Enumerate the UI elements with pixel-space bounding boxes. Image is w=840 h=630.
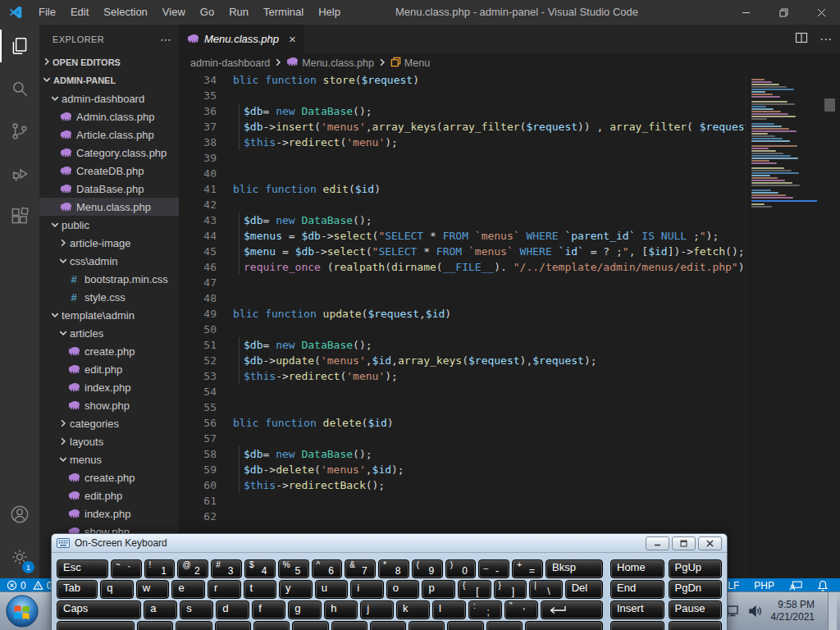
warnings-icon[interactable] [33, 580, 43, 591]
key-6[interactable]: ^6 [312, 559, 343, 578]
editor-scrollbar[interactable] [820, 72, 840, 578]
key-5[interactable]: %5 [278, 559, 309, 578]
key-insert[interactable]: Insert [610, 600, 664, 619]
volume-icon[interactable] [748, 605, 763, 618]
key-l[interactable]: l [432, 600, 466, 619]
key-key[interactable] [409, 621, 445, 630]
settings-gear-icon[interactable]: 1 [0, 536, 39, 578]
folder-css-admin[interactable]: css\admin [39, 252, 179, 270]
code-line-58[interactable]: 58$db= new DataBase(); [179, 446, 840, 462]
key-d[interactable]: d [216, 600, 249, 619]
code-line-45[interactable]: 45$menu = $db->select("SELECT * FROM `me… [179, 244, 840, 259]
search-icon[interactable] [0, 67, 39, 110]
key-2[interactable]: @2 [177, 559, 208, 578]
code-line-56[interactable]: 56blic function delete($id) [179, 415, 840, 431]
key-i[interactable]: i [350, 580, 384, 599]
key-key[interactable] [669, 621, 723, 630]
key-h[interactable]: h [324, 600, 358, 619]
code-line-40[interactable]: 40 [179, 166, 840, 181]
code-line-37[interactable]: 37$db->insert('menus',array_keys(array_f… [179, 119, 840, 135]
key-r[interactable]: r [208, 580, 241, 599]
key-0[interactable]: )0 [445, 559, 477, 578]
scrollbar-thumb[interactable] [824, 98, 835, 112]
file-index-php[interactable]: index.php [39, 378, 179, 396]
code-line-47[interactable]: 47 [179, 275, 840, 290]
feedback-icon[interactable] [789, 580, 802, 591]
breadcrumb-menu-class-php[interactable]: Menu.class.php [286, 57, 374, 69]
folder-articles[interactable]: articles [39, 324, 179, 342]
menu-view[interactable]: View [155, 0, 193, 25]
file-show-php[interactable]: show.php [39, 396, 179, 414]
folder-admin-dashboard[interactable]: admin-dashboard [39, 89, 179, 107]
osk-title-bar[interactable]: On-Screen Keyboard [52, 534, 727, 553]
key-symbol[interactable]: ~` [111, 559, 142, 578]
breadcrumb-admin-dashboard[interactable]: admin-dashboard [190, 57, 270, 69]
key-7[interactable]: &7 [345, 559, 376, 578]
code-line-62[interactable]: 62 [179, 509, 840, 524]
osk-close-button[interactable] [698, 536, 722, 550]
key-enterarrow[interactable] [541, 600, 603, 619]
code-line-50[interactable]: 50 [179, 322, 840, 337]
key-symbol[interactable]: }] [494, 580, 527, 599]
editor-more-actions-icon[interactable]: ⋯ [819, 32, 832, 47]
key-o[interactable]: o [386, 580, 420, 599]
code-line-61[interactable]: 61 [179, 493, 840, 509]
notifications-bell-icon[interactable] [817, 580, 829, 591]
file-admin-class-php[interactable]: Admin.class.php [39, 107, 179, 126]
code-line-57[interactable]: 57 [179, 431, 840, 446]
file-create-php[interactable]: create.php [39, 342, 179, 360]
file-category-class-php[interactable]: Category.class.php [39, 144, 179, 162]
code-line-49[interactable]: 49blic function update($request,$id) [179, 306, 840, 322]
menu-run[interactable]: Run [221, 0, 256, 25]
key-home[interactable]: Home [610, 559, 664, 578]
key-s[interactable]: s [180, 600, 213, 619]
osk-maximize-button[interactable] [672, 536, 696, 550]
code-line-42[interactable]: 42 [179, 197, 840, 212]
code-line-51[interactable]: 51$db= new DataBase(); [179, 337, 840, 353]
key-8[interactable]: *8 [378, 559, 409, 578]
code-line-55[interactable]: 55 [179, 399, 840, 415]
key-e[interactable]: e [171, 580, 205, 599]
key-key[interactable] [253, 621, 290, 630]
file-style-css[interactable]: #style.css [39, 288, 179, 306]
folder-layouts[interactable]: layouts [39, 432, 179, 450]
explorer-icon[interactable] [0, 25, 39, 67]
file-bootstrap-min-css[interactable]: #bootstrap.min.css [39, 270, 179, 288]
taskbar-clock[interactable]: 9:58 PM 4/21/2021 [771, 599, 819, 623]
accounts-icon[interactable] [0, 493, 39, 536]
key-key[interactable] [525, 621, 603, 630]
menu-terminal[interactable]: Terminal [256, 0, 311, 25]
key-symbol[interactable]: += [512, 559, 543, 578]
key-k[interactable]: k [396, 600, 430, 619]
menu-selection[interactable]: Selection [96, 0, 154, 25]
file-edit-php[interactable]: edit.php [39, 486, 179, 504]
code-line-54[interactable]: 54 [179, 384, 840, 399]
menu-help[interactable]: Help [311, 0, 348, 25]
code-line-39[interactable]: 39 [179, 150, 840, 166]
errors-count[interactable]: 0 [21, 580, 26, 591]
key-key[interactable] [331, 621, 368, 630]
key-symbol[interactable]: {[ [458, 580, 491, 599]
key-symbol[interactable]: _- [478, 559, 509, 578]
key-a[interactable]: a [144, 600, 177, 619]
start-button[interactable] [5, 594, 39, 628]
key-key[interactable] [176, 621, 212, 630]
code-line-34[interactable]: 34blic function store($request) [179, 72, 840, 88]
key-bksp[interactable]: Bksp [546, 559, 603, 578]
extensions-icon[interactable] [0, 195, 39, 238]
code-line-38[interactable]: 38$this->redirect('menu'); [179, 135, 840, 150]
file-index-php[interactable]: index.php [39, 504, 179, 523]
key-t[interactable]: t [244, 580, 277, 599]
key-key[interactable] [610, 621, 664, 630]
close-button[interactable] [802, 0, 840, 25]
open-editors-section[interactable]: OPEN EDITORS [39, 53, 179, 71]
key-1[interactable]: !1 [144, 559, 176, 578]
code-line-35[interactable]: 35 [179, 88, 840, 103]
key-tab[interactable]: Tab [57, 580, 98, 599]
code-line-59[interactable]: 59$db->delete('menus',$id); [179, 462, 840, 477]
folder-template-admin[interactable]: template\admin [39, 306, 179, 324]
code-line-43[interactable]: 43$db= new DataBase(); [179, 212, 840, 228]
code-line-41[interactable]: 41blic function edit($id) [179, 181, 840, 197]
file-article-class-php[interactable]: Article.class.php [39, 126, 179, 144]
key-j[interactable]: j [360, 600, 394, 619]
